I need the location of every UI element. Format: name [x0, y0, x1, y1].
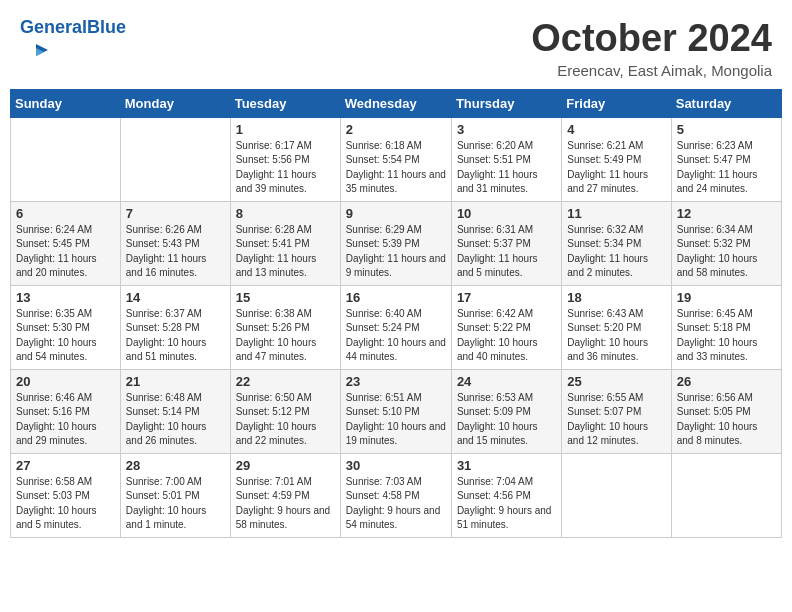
daylight-text: Daylight: 10 hours and 51 minutes. — [126, 337, 207, 363]
sunrise-text: Sunrise: 6:28 AM — [236, 224, 312, 235]
sunset-text: Sunset: 5:26 PM — [236, 322, 310, 333]
page-header: GeneralBlue October 2024 Ereencav, East … — [10, 10, 782, 83]
table-row: 13 Sunrise: 6:35 AM Sunset: 5:30 PM Dayl… — [11, 285, 121, 369]
sunset-text: Sunset: 5:41 PM — [236, 238, 310, 249]
sunset-text: Sunset: 4:58 PM — [346, 490, 420, 501]
sunrise-text: Sunrise: 6:46 AM — [16, 392, 92, 403]
sunrise-text: Sunrise: 7:00 AM — [126, 476, 202, 487]
table-row: 21 Sunrise: 6:48 AM Sunset: 5:14 PM Dayl… — [120, 369, 230, 453]
day-info: Sunrise: 6:28 AM Sunset: 5:41 PM Dayligh… — [236, 223, 335, 281]
day-info: Sunrise: 6:45 AM Sunset: 5:18 PM Dayligh… — [677, 307, 776, 365]
table-row — [562, 453, 671, 537]
day-info: Sunrise: 6:23 AM Sunset: 5:47 PM Dayligh… — [677, 139, 776, 197]
day-info: Sunrise: 6:34 AM Sunset: 5:32 PM Dayligh… — [677, 223, 776, 281]
day-info: Sunrise: 6:43 AM Sunset: 5:20 PM Dayligh… — [567, 307, 665, 365]
daylight-text: Daylight: 10 hours and 8 minutes. — [677, 421, 758, 447]
sunset-text: Sunset: 5:07 PM — [567, 406, 641, 417]
table-row: 30 Sunrise: 7:03 AM Sunset: 4:58 PM Dayl… — [340, 453, 451, 537]
col-monday: Monday — [120, 89, 230, 117]
sunset-text: Sunset: 5:32 PM — [677, 238, 751, 249]
sunset-text: Sunset: 5:18 PM — [677, 322, 751, 333]
day-number: 7 — [126, 206, 225, 221]
daylight-text: Daylight: 10 hours and 15 minutes. — [457, 421, 538, 447]
day-info: Sunrise: 6:51 AM Sunset: 5:10 PM Dayligh… — [346, 391, 446, 449]
day-number: 9 — [346, 206, 446, 221]
day-number: 14 — [126, 290, 225, 305]
table-row: 14 Sunrise: 6:37 AM Sunset: 5:28 PM Dayl… — [120, 285, 230, 369]
day-info: Sunrise: 6:32 AM Sunset: 5:34 PM Dayligh… — [567, 223, 665, 281]
daylight-text: Daylight: 10 hours and 36 minutes. — [567, 337, 648, 363]
day-info: Sunrise: 6:53 AM Sunset: 5:09 PM Dayligh… — [457, 391, 556, 449]
daylight-text: Daylight: 11 hours and 2 minutes. — [567, 253, 648, 279]
daylight-text: Daylight: 10 hours and 47 minutes. — [236, 337, 317, 363]
daylight-text: Daylight: 10 hours and 44 minutes. — [346, 337, 446, 363]
table-row: 16 Sunrise: 6:40 AM Sunset: 5:24 PM Dayl… — [340, 285, 451, 369]
day-info: Sunrise: 6:20 AM Sunset: 5:51 PM Dayligh… — [457, 139, 556, 197]
sunset-text: Sunset: 5:22 PM — [457, 322, 531, 333]
day-info: Sunrise: 7:01 AM Sunset: 4:59 PM Dayligh… — [236, 475, 335, 533]
day-number: 15 — [236, 290, 335, 305]
table-row: 6 Sunrise: 6:24 AM Sunset: 5:45 PM Dayli… — [11, 201, 121, 285]
day-number: 8 — [236, 206, 335, 221]
table-row: 11 Sunrise: 6:32 AM Sunset: 5:34 PM Dayl… — [562, 201, 671, 285]
table-row: 4 Sunrise: 6:21 AM Sunset: 5:49 PM Dayli… — [562, 117, 671, 201]
table-row — [11, 117, 121, 201]
sunset-text: Sunset: 5:47 PM — [677, 154, 751, 165]
day-number: 11 — [567, 206, 665, 221]
table-row: 20 Sunrise: 6:46 AM Sunset: 5:16 PM Dayl… — [11, 369, 121, 453]
day-number: 24 — [457, 374, 556, 389]
daylight-text: Daylight: 11 hours and 5 minutes. — [457, 253, 538, 279]
sunrise-text: Sunrise: 6:23 AM — [677, 140, 753, 151]
day-info: Sunrise: 6:58 AM Sunset: 5:03 PM Dayligh… — [16, 475, 115, 533]
sunrise-text: Sunrise: 6:20 AM — [457, 140, 533, 151]
sunset-text: Sunset: 5:03 PM — [16, 490, 90, 501]
day-number: 4 — [567, 122, 665, 137]
table-row: 28 Sunrise: 7:00 AM Sunset: 5:01 PM Dayl… — [120, 453, 230, 537]
day-info: Sunrise: 6:40 AM Sunset: 5:24 PM Dayligh… — [346, 307, 446, 365]
sunset-text: Sunset: 5:28 PM — [126, 322, 200, 333]
day-number: 16 — [346, 290, 446, 305]
sunrise-text: Sunrise: 7:04 AM — [457, 476, 533, 487]
daylight-text: Daylight: 10 hours and 33 minutes. — [677, 337, 758, 363]
day-info: Sunrise: 6:55 AM Sunset: 5:07 PM Dayligh… — [567, 391, 665, 449]
col-thursday: Thursday — [451, 89, 561, 117]
day-number: 22 — [236, 374, 335, 389]
daylight-text: Daylight: 11 hours and 16 minutes. — [126, 253, 207, 279]
day-number: 1 — [236, 122, 335, 137]
col-sunday: Sunday — [11, 89, 121, 117]
col-friday: Friday — [562, 89, 671, 117]
table-row: 23 Sunrise: 6:51 AM Sunset: 5:10 PM Dayl… — [340, 369, 451, 453]
table-row: 12 Sunrise: 6:34 AM Sunset: 5:32 PM Dayl… — [671, 201, 781, 285]
col-tuesday: Tuesday — [230, 89, 340, 117]
sunrise-text: Sunrise: 6:18 AM — [346, 140, 422, 151]
sunset-text: Sunset: 4:56 PM — [457, 490, 531, 501]
daylight-text: Daylight: 9 hours and 51 minutes. — [457, 505, 552, 531]
sunrise-text: Sunrise: 6:45 AM — [677, 308, 753, 319]
day-number: 19 — [677, 290, 776, 305]
sunset-text: Sunset: 5:49 PM — [567, 154, 641, 165]
sunset-text: Sunset: 4:59 PM — [236, 490, 310, 501]
sunrise-text: Sunrise: 6:29 AM — [346, 224, 422, 235]
day-number: 30 — [346, 458, 446, 473]
day-number: 25 — [567, 374, 665, 389]
calendar-week-row: 20 Sunrise: 6:46 AM Sunset: 5:16 PM Dayl… — [11, 369, 782, 453]
sunrise-text: Sunrise: 6:51 AM — [346, 392, 422, 403]
sunrise-text: Sunrise: 7:03 AM — [346, 476, 422, 487]
day-info: Sunrise: 6:26 AM Sunset: 5:43 PM Dayligh… — [126, 223, 225, 281]
table-row: 1 Sunrise: 6:17 AM Sunset: 5:56 PM Dayli… — [230, 117, 340, 201]
col-saturday: Saturday — [671, 89, 781, 117]
day-number: 5 — [677, 122, 776, 137]
day-info: Sunrise: 6:35 AM Sunset: 5:30 PM Dayligh… — [16, 307, 115, 365]
logo-general: General — [20, 17, 87, 37]
calendar-week-row: 13 Sunrise: 6:35 AM Sunset: 5:30 PM Dayl… — [11, 285, 782, 369]
calendar-week-row: 1 Sunrise: 6:17 AM Sunset: 5:56 PM Dayli… — [11, 117, 782, 201]
table-row: 15 Sunrise: 6:38 AM Sunset: 5:26 PM Dayl… — [230, 285, 340, 369]
logo: GeneralBlue — [20, 18, 126, 70]
sunrise-text: Sunrise: 6:38 AM — [236, 308, 312, 319]
daylight-text: Daylight: 11 hours and 24 minutes. — [677, 169, 758, 195]
daylight-text: Daylight: 11 hours and 31 minutes. — [457, 169, 538, 195]
sunset-text: Sunset: 5:01 PM — [126, 490, 200, 501]
day-info: Sunrise: 7:03 AM Sunset: 4:58 PM Dayligh… — [346, 475, 446, 533]
day-number: 27 — [16, 458, 115, 473]
sunset-text: Sunset: 5:43 PM — [126, 238, 200, 249]
